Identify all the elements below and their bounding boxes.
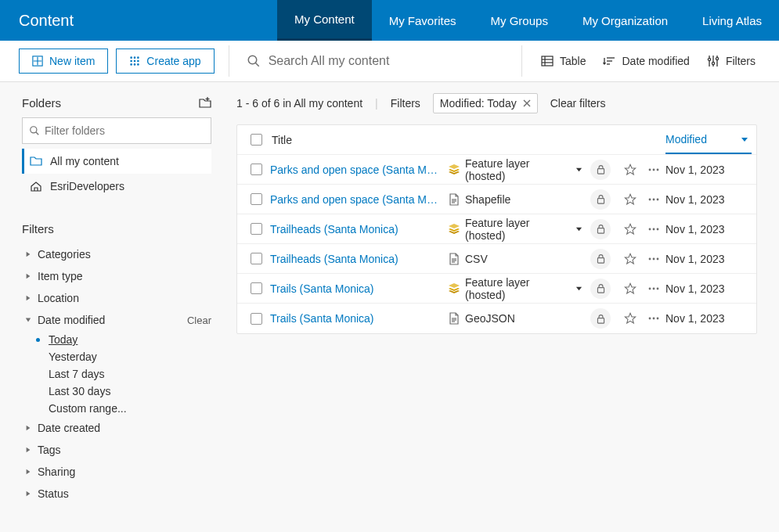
- topbar-tab[interactable]: Living Atlas: [685, 0, 779, 41]
- item-title-link[interactable]: Trails (Santa Monica): [270, 312, 443, 325]
- facet[interactable]: Date created: [22, 417, 211, 439]
- favorite-button[interactable]: [619, 253, 642, 265]
- view-mode-button[interactable]: Table: [536, 49, 590, 74]
- facet-option[interactable]: Custom range...: [49, 400, 211, 417]
- privacy-badge[interactable]: [590, 249, 611, 269]
- facet-option[interactable]: Yesterday: [49, 348, 211, 365]
- facet[interactable]: Status: [22, 483, 211, 505]
- subbar: New item Create app Table Date modified …: [0, 41, 779, 82]
- row-checkbox[interactable]: [251, 164, 262, 175]
- facet[interactable]: Sharing: [22, 461, 211, 483]
- main: Folders All my contentEsriDevelopers Fil…: [0, 82, 779, 532]
- facet-clear[interactable]: Clear: [187, 315, 211, 326]
- svg-point-81: [657, 318, 659, 320]
- privacy-badge[interactable]: [590, 219, 611, 239]
- facet-option[interactable]: Last 7 days: [49, 365, 211, 383]
- modified-date: Nov 1, 2023: [665, 253, 752, 265]
- row-checkbox[interactable]: [251, 223, 262, 235]
- svg-rect-55: [597, 228, 604, 234]
- facet[interactable]: Location: [22, 287, 211, 309]
- svg-marker-32: [26, 318, 31, 322]
- item-title-link[interactable]: Trailheads (Santa Monica): [270, 223, 443, 235]
- facet[interactable]: Tags: [22, 439, 211, 461]
- search-box: [243, 45, 507, 77]
- folder-item[interactable]: All my content: [22, 149, 211, 174]
- facet-option[interactable]: Today: [49, 331, 211, 348]
- favorite-button[interactable]: [619, 223, 642, 235]
- close-icon[interactable]: [523, 99, 531, 107]
- item-title-link[interactable]: Trails (Santa Monica): [270, 282, 443, 295]
- row-checkbox[interactable]: [251, 313, 262, 325]
- more-button[interactable]: [642, 164, 665, 176]
- sort-button[interactable]: Date modified: [598, 49, 694, 74]
- privacy-badge[interactable]: [590, 308, 611, 329]
- more-button[interactable]: [642, 253, 665, 265]
- chevron-right-icon: [22, 317, 34, 323]
- svg-marker-29: [27, 252, 31, 257]
- facet[interactable]: Item type: [22, 265, 211, 287]
- col-title[interactable]: Title: [270, 134, 443, 146]
- row-checkbox[interactable]: [251, 193, 262, 205]
- svg-marker-78: [625, 313, 635, 323]
- sort-desc-icon: [741, 135, 748, 143]
- item-title-link[interactable]: Parks and open space (Santa Monica): [270, 193, 443, 206]
- item-title-link[interactable]: Parks and open space (Santa Monica): [270, 164, 443, 176]
- app-title: Content: [0, 0, 97, 41]
- more-button[interactable]: [642, 312, 665, 325]
- item-type[interactable]: Feature layer (hosted): [465, 217, 582, 242]
- new-item-button[interactable]: New item: [19, 49, 108, 74]
- file-icon: [443, 253, 465, 265]
- svg-point-2: [134, 56, 136, 59]
- svg-marker-30: [27, 274, 31, 279]
- svg-rect-69: [597, 288, 604, 293]
- row-checkbox[interactable]: [251, 253, 262, 264]
- modified-date: Nov 1, 2023: [665, 282, 752, 295]
- facet-label: Location: [38, 292, 211, 304]
- svg-marker-70: [625, 283, 635, 293]
- search-input[interactable]: [269, 54, 504, 68]
- favorite-button[interactable]: [619, 164, 642, 176]
- more-button[interactable]: [642, 282, 665, 295]
- row-checkbox[interactable]: [251, 282, 262, 294]
- privacy-badge[interactable]: [590, 189, 611, 210]
- new-folder-icon[interactable]: [199, 97, 211, 110]
- item-title-link[interactable]: Trailheads (Santa Monica): [270, 253, 443, 265]
- item-type: CSV: [465, 253, 582, 265]
- facet[interactable]: Categories: [22, 243, 211, 265]
- new-item-label: New item: [49, 55, 95, 67]
- facet[interactable]: Date modifiedClear: [22, 309, 211, 331]
- table-row: Trailheads (Santa Monica)Feature layer (…: [237, 214, 756, 244]
- topbar-tab[interactable]: My Groups: [474, 0, 565, 41]
- item-type[interactable]: Feature layer (hosted): [465, 276, 582, 301]
- table-row: Parks and open space (Santa Monica)Shape…: [237, 185, 756, 214]
- select-all-checkbox[interactable]: [251, 134, 262, 146]
- search-icon: [29, 125, 40, 136]
- topbar-tab[interactable]: My Organization: [565, 0, 685, 41]
- table-header: Title Modified: [237, 125, 756, 155]
- svg-marker-68: [576, 287, 582, 291]
- more-button[interactable]: [642, 193, 665, 206]
- more-button[interactable]: [642, 223, 665, 235]
- svg-point-71: [649, 287, 651, 289]
- folder-item[interactable]: EsriDevelopers: [22, 174, 211, 199]
- favorite-button[interactable]: [619, 312, 642, 325]
- privacy-badge[interactable]: [590, 160, 611, 180]
- sort-icon: [603, 55, 615, 67]
- favorite-button[interactable]: [619, 282, 642, 295]
- facet-option[interactable]: Last 30 days: [49, 383, 211, 400]
- create-app-button[interactable]: Create app: [116, 49, 214, 74]
- favorite-button[interactable]: [619, 193, 642, 206]
- filters-link[interactable]: Filters: [391, 97, 420, 110]
- item-type[interactable]: Feature layer (hosted): [465, 157, 582, 182]
- create-app-label: Create app: [146, 55, 200, 67]
- clear-filters-link[interactable]: Clear filters: [550, 97, 606, 110]
- layers-icon: [443, 282, 465, 295]
- privacy-badge[interactable]: [590, 279, 611, 299]
- item-type: GeoJSON: [465, 312, 582, 325]
- folders-header: Folders: [22, 96, 211, 110]
- folder-filter-input[interactable]: [45, 124, 204, 137]
- col-modified[interactable]: Modified: [665, 125, 752, 154]
- topbar-tab[interactable]: My Content: [277, 0, 372, 41]
- filters-button[interactable]: Filters: [702, 49, 760, 74]
- topbar-tab[interactable]: My Favorites: [372, 0, 474, 41]
